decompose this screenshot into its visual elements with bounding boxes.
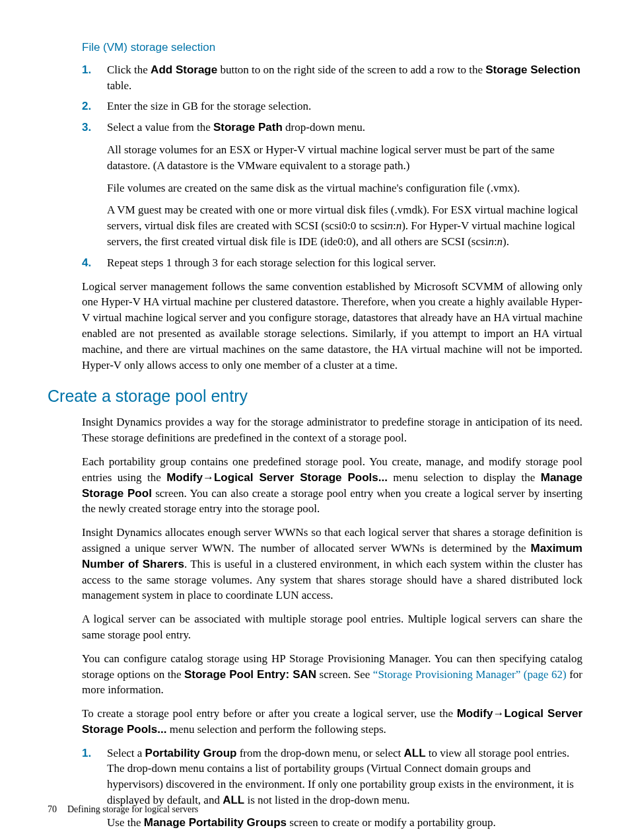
text-run: Use the	[107, 816, 144, 829]
paragraph: Insight Dynamics allocates enough server…	[82, 525, 582, 603]
text-run: ALL	[223, 794, 244, 806]
text-run: ).	[503, 235, 509, 248]
text-run: Logical server management follows the sa…	[82, 280, 582, 371]
list-item: 1.Select a Portability Group from the dr…	[82, 745, 582, 831]
paragraph: File volumes are created on the same dis…	[107, 180, 582, 196]
text-run: n	[387, 219, 393, 232]
text-run: n	[396, 219, 402, 232]
paragraph: Click the Add Storage button to on the r…	[107, 62, 582, 94]
text-run: To create a storage pool entry before or…	[82, 707, 457, 720]
page-footer: 70 Defining storage for logical servers	[48, 803, 198, 816]
section2-body: Insight Dynamics provides a way for the …	[48, 414, 582, 737]
text-run: drop-down menu.	[283, 121, 365, 134]
list-item: 3.Select a value from the Storage Path d…	[82, 120, 582, 250]
text-run: Modify	[166, 471, 203, 484]
paragraph: Select a value from the Storage Path dro…	[107, 120, 582, 135]
list-content: Repeat steps 1 through 3 for each storag…	[107, 255, 582, 271]
text-run: Select a	[107, 747, 145, 759]
text-run: Insight Dynamics provides a way for the …	[82, 416, 582, 444]
text-run: from the drop-down menu, or select	[236, 747, 403, 759]
text-run: Select a value from the	[107, 121, 213, 134]
ordered-list-section1: 1.Click the Add Storage button to on the…	[82, 62, 582, 271]
list-item: 1.Click the Add Storage button to on the…	[82, 62, 582, 94]
ordered-list-section2: 1.Select a Portability Group from the dr…	[82, 745, 582, 831]
list-number: 3.	[82, 120, 107, 250]
text-run: →	[493, 707, 504, 720]
paragraph: Insight Dynamics provides a way for the …	[82, 414, 582, 446]
list-item: 4.Repeat steps 1 through 3 for each stor…	[82, 255, 582, 271]
list-item: 2.Enter the size in GB for the storage s…	[82, 98, 582, 114]
list-number: 4.	[82, 255, 107, 271]
text-run: Insight Dynamics allocates enough server…	[82, 526, 582, 554]
list-content: Enter the size in GB for the storage sel…	[107, 98, 582, 114]
text-run: is not listed in the drop-down menu.	[244, 794, 409, 806]
paragraph: Select a Portability Group from the drop…	[107, 745, 582, 808]
text-run: Portability Group	[145, 747, 237, 759]
list-content: Select a value from the Storage Path dro…	[107, 120, 582, 250]
text-run: menu selection and perform the following…	[166, 723, 386, 736]
text-run: Manage Portability Groups	[144, 816, 287, 829]
text-run: Enter the size in GB for the storage sel…	[107, 100, 311, 112]
paragraph: Repeat steps 1 through 3 for each storag…	[107, 255, 582, 271]
footer-chapter-title: Defining storage for logical servers	[67, 803, 198, 816]
text-run: A logical server can be associated with …	[82, 613, 582, 641]
page-number: 70	[48, 803, 57, 816]
text-run: Storage Path	[213, 121, 283, 134]
paragraph: Enter the size in GB for the storage sel…	[107, 98, 582, 114]
text-run: All storage volumes for an ESX or Hyper-…	[107, 143, 555, 172]
text-run: screen. See	[316, 668, 373, 681]
section-heading-file-vm: File (VM) storage selection	[82, 40, 582, 56]
text-run: Logical Server Storage Pools...	[214, 471, 388, 484]
text-run: screen. You can also create a storage po…	[82, 487, 582, 515]
text-run: ALL	[403, 747, 425, 759]
paragraph: A logical server can be associated with …	[82, 611, 582, 643]
text-run: screen to create or modify a portability…	[287, 816, 496, 829]
text-run: n	[497, 235, 503, 248]
paragraph: A VM guest may be created with one or mo…	[107, 202, 582, 249]
text-run: Storage Pool Entry: SAN	[184, 668, 316, 681]
text-run: →	[203, 471, 214, 484]
text-run[interactable]: “Storage Provisioning Manager” (page 62)	[373, 668, 567, 681]
list-number: 2.	[82, 98, 107, 114]
list-content: Click the Add Storage button to on the r…	[107, 62, 582, 94]
paragraph: Use the Manage Portability Groups screen…	[107, 815, 582, 831]
paragraph: Each portability group contains one pred…	[82, 454, 582, 517]
text-run: File volumes are created on the same dis…	[107, 182, 520, 194]
text-run: Click the	[107, 63, 151, 76]
section-heading-create-storage-pool: Create a storage pool entry	[48, 385, 582, 408]
paragraph: To create a storage pool entry before or…	[82, 706, 582, 738]
paragraph: All storage volumes for an ESX or Hyper-…	[107, 142, 582, 174]
list-content: Select a Portability Group from the drop…	[107, 745, 582, 831]
text-run: Storage Selection	[485, 63, 580, 76]
list-number: 1.	[82, 745, 107, 831]
paragraph: You can configure catalog storage using …	[82, 651, 582, 698]
list-number: 1.	[82, 62, 107, 94]
text-run: Modify	[457, 707, 493, 720]
text-run: n	[488, 235, 494, 248]
text-run: menu selection to display the	[388, 471, 541, 484]
body-paragraph: Logical server management follows the sa…	[82, 279, 582, 373]
text-run: button to on the right side of the scree…	[217, 63, 485, 76]
text-run: Add Storage	[151, 63, 217, 76]
text-run: table.	[107, 79, 131, 92]
text-run: Repeat steps 1 through 3 for each storag…	[107, 256, 436, 269]
